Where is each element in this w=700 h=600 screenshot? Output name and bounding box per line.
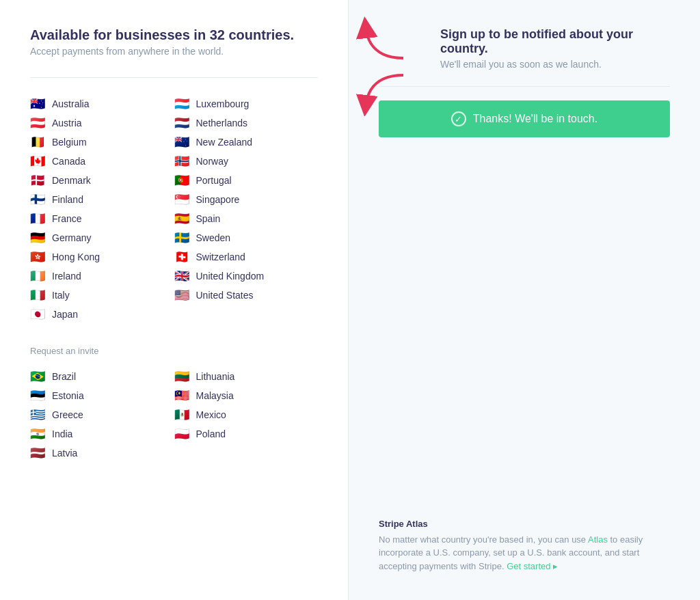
country-name: Japan	[52, 309, 78, 320]
list-item: 🇫🇷France	[30, 209, 174, 228]
invite-label: Request an invite	[30, 346, 318, 356]
list-item: 🇸🇬Singapore	[174, 190, 319, 209]
flag-icon: 🇺🇸	[174, 290, 189, 301]
thanks-button[interactable]: ✓ Thanks! We'll be in touch.	[379, 100, 670, 137]
flag-icon: 🇨🇭	[174, 251, 189, 262]
list-item: 🇱🇹Lithuania	[174, 367, 319, 386]
left-panel: Available for businesses in 32 countries…	[0, 0, 349, 600]
list-item: 🇭🇰Hong Kong	[30, 247, 174, 267]
flag-icon: 🇲🇾	[174, 390, 189, 401]
list-item: 🇱🇺Luxembourg	[174, 94, 319, 113]
country-name: France	[52, 213, 82, 224]
country-name: Belgium	[52, 137, 87, 148]
check-circle-icon: ✓	[451, 111, 466, 126]
country-name: Canada	[52, 156, 85, 167]
list-item: 🇸🇪Sweden	[174, 228, 319, 247]
available-countries: 🇦🇺Australia🇦🇹Austria🇧🇪Belgium🇨🇦Canada🇩🇰D…	[30, 94, 318, 324]
list-item: 🇮🇪Ireland	[30, 267, 174, 286]
atlas-text: No matter what country you're based in, …	[379, 533, 670, 573]
available-col1: 🇦🇺Australia🇦🇹Austria🇧🇪Belgium🇨🇦Canada🇩🇰D…	[30, 94, 174, 324]
list-item: 🇬🇷Greece	[30, 405, 174, 424]
invite-countries: 🇧🇷Brazil🇪🇪Estonia🇬🇷Greece🇮🇳India🇱🇻Latvia…	[30, 367, 318, 463]
list-item: 🇲🇽Mexico	[174, 405, 319, 424]
country-name: Estonia	[52, 390, 84, 401]
country-name: Sweden	[196, 232, 231, 243]
flag-icon: 🇲🇽	[174, 409, 189, 420]
subhead: Accept payments from anywhere in the wor…	[30, 46, 318, 57]
notify-sub: We'll email you as soon as we launch.	[440, 59, 670, 70]
country-name: Spain	[196, 213, 221, 224]
get-started-link[interactable]: Get started ▸	[507, 561, 558, 571]
list-item: 🇨🇭Switzerland	[174, 247, 319, 267]
arrow-down-icon	[355, 72, 410, 116]
country-name: Malaysia	[196, 390, 234, 401]
country-name: United States	[196, 290, 254, 301]
atlas-title: Stripe Atlas	[379, 519, 670, 529]
flag-icon: 🇨🇦	[30, 156, 45, 167]
list-item: 🇳🇿New Zealand	[174, 133, 319, 152]
country-name: Ireland	[52, 271, 81, 282]
country-name: Poland	[196, 428, 226, 439]
flag-icon: 🇪🇸	[174, 213, 189, 224]
list-item: 🇳🇴Norway	[174, 152, 319, 171]
flag-icon: 🇬🇧	[174, 271, 189, 282]
list-item: 🇪🇸Spain	[174, 209, 319, 228]
list-item: 🇦🇹Austria	[30, 113, 174, 133]
invite-col2: 🇱🇹Lithuania🇲🇾Malaysia🇲🇽Mexico🇵🇱Poland	[174, 367, 319, 463]
flag-icon: 🇭🇰	[30, 251, 45, 262]
flag-icon: 🇧🇷	[30, 371, 45, 382]
notify-section: Sign up to be notified about your countr…	[440, 27, 670, 70]
arrow-up-icon	[355, 14, 410, 62]
flag-icon: 🇱🇺	[174, 98, 189, 109]
available-col2: 🇱🇺Luxembourg🇳🇱Netherlands🇳🇿New Zealand🇳🇴…	[174, 94, 319, 324]
list-item: 🇧🇪Belgium	[30, 133, 174, 152]
flag-icon: 🇦🇹	[30, 118, 45, 128]
country-name: India	[52, 428, 72, 439]
country-name: New Zealand	[196, 137, 253, 148]
country-name: Lithuania	[196, 371, 235, 382]
flag-icon: 🇫🇮	[30, 194, 45, 205]
country-name: Italy	[52, 290, 70, 301]
list-item: 🇯🇵Japan	[30, 305, 174, 324]
flag-icon: 🇱🇻	[30, 448, 45, 459]
country-name: Greece	[52, 409, 83, 420]
flag-icon: 🇬🇷	[30, 409, 45, 420]
notify-divider	[379, 86, 670, 87]
country-name: Brazil	[52, 371, 76, 382]
divider	[30, 77, 318, 78]
flag-icon: 🇮🇹	[30, 290, 45, 301]
atlas-link[interactable]: Atlas	[588, 534, 608, 545]
list-item: 🇮🇹Italy	[30, 286, 174, 305]
flag-icon: 🇵🇱	[174, 428, 189, 439]
list-item: 🇵🇹Portugal	[174, 171, 319, 190]
list-item: 🇮🇳India	[30, 424, 174, 444]
list-item: 🇱🇻Latvia	[30, 444, 174, 463]
country-name: Austria	[52, 118, 82, 128]
country-name: Germany	[52, 232, 92, 243]
list-item: 🇪🇪Estonia	[30, 386, 174, 405]
headline: Available for businesses in 32 countries…	[30, 27, 318, 43]
thanks-label: Thanks! We'll be in touch.	[473, 113, 597, 125]
list-item: 🇲🇾Malaysia	[174, 386, 319, 405]
country-name: United Kingdom	[196, 271, 265, 282]
flag-icon: 🇱🇹	[174, 371, 189, 382]
notify-title: Sign up to be notified about your countr…	[440, 27, 670, 56]
country-name: Latvia	[52, 448, 77, 459]
flag-icon: 🇮🇪	[30, 271, 45, 282]
invite-col1: 🇧🇷Brazil🇪🇪Estonia🇬🇷Greece🇮🇳India🇱🇻Latvia	[30, 367, 174, 463]
country-name: Luxembourg	[196, 98, 250, 109]
flag-icon: 🇩🇪	[30, 232, 45, 243]
country-name: Finland	[52, 194, 83, 205]
flag-icon: 🇫🇷	[30, 213, 45, 224]
country-name: Netherlands	[196, 118, 248, 128]
list-item: 🇬🇧United Kingdom	[174, 267, 319, 286]
list-item: 🇧🇷Brazil	[30, 367, 174, 386]
flag-icon: 🇳🇱	[174, 118, 189, 128]
atlas-text-before: No matter what country you're based in, …	[379, 534, 588, 545]
right-panel: Sign up to be notified about your countr…	[349, 0, 700, 600]
country-name: Portugal	[196, 175, 232, 186]
list-item: 🇩🇰Denmark	[30, 171, 174, 190]
country-name: Denmark	[52, 175, 91, 186]
country-name: Norway	[196, 156, 228, 167]
country-name: Switzerland	[196, 251, 245, 262]
